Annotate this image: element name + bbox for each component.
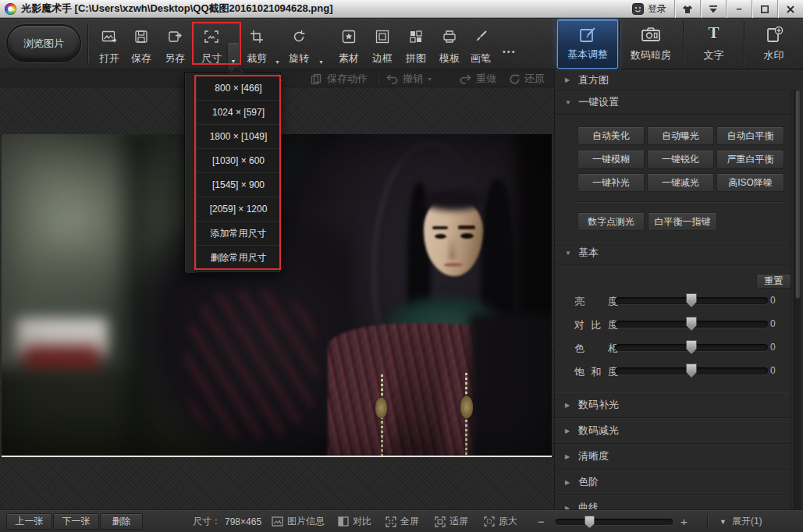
scrollbar-thumb[interactable] [795,90,801,299]
collage-button[interactable]: 拼图 [399,25,433,66]
slider-thumb[interactable] [686,340,697,354]
browse-images-button[interactable]: 浏览图片 [8,26,80,61]
save-as-icon [168,28,183,45]
delete-image-button[interactable]: 删除 [100,513,143,530]
skin-button[interactable] [674,0,700,18]
redo-button[interactable]: 重做 [459,70,496,87]
title-bar: 光影魔术手 [C:\Users\xzwh\Desktop\QQ截图2016102… [0,0,803,18]
app-window: 光影魔术手 [C:\Users\xzwh\Desktop\QQ截图2016102… [0,0,803,532]
maximize-button[interactable] [751,0,777,18]
fit-screen-button[interactable]: 适屏 [435,510,468,532]
collapse-to-tray-button[interactable] [700,0,726,18]
original-size-icon [484,516,495,527]
crop-dropdown-arrow[interactable]: ▼ [275,59,280,65]
high-iso-denoise-button[interactable]: 高ISO降噪 [716,173,784,192]
brightness-slider[interactable] [615,297,768,304]
section-oneclick[interactable]: ▼ 一键设置 [555,90,791,115]
auto-beautify-button[interactable]: 自动美化 [577,126,645,145]
redo-icon [459,73,472,84]
oneclick-dimlight-button[interactable]: 一键减光 [647,173,714,192]
severe-whitebalance-button[interactable]: 严重白平衡 [716,150,784,168]
chevron-down-icon: ▼ [565,250,571,257]
oneclick-blur-button[interactable]: 一键模糊 [577,150,645,168]
rotate-button[interactable]: 旋转 [282,25,315,66]
section-basic[interactable]: ▼ 基本 [555,242,791,264]
frame-button[interactable]: 边框 [365,25,400,66]
minimize-button[interactable]: − [726,0,751,18]
frame-icon [375,28,389,45]
auto-whitebalance-button[interactable]: 自动白平衡 [716,126,784,145]
size-value: 798×465 [225,516,261,527]
restore-button[interactable]: 还原 [509,70,545,87]
brush-button[interactable]: 画笔 [464,25,498,66]
previous-image-button[interactable]: 上一张 [6,513,52,530]
oneclick-sharpen-button[interactable]: 一键锐化 [647,150,714,168]
zoom-slider-thumb[interactable] [584,516,595,528]
right-panel: ▶ 直方图 ▼ 一键设置 自动美化 自动曝光 自动白平衡 一键模糊 一键锐化 严… [554,70,803,509]
toolbar-separator [87,24,88,63]
undo-dropdown-arrow[interactable]: ▼ [427,76,432,82]
auto-exposure-button[interactable]: 自动曝光 [647,126,714,145]
hue-slider[interactable] [615,344,768,351]
contrast-slider[interactable] [615,321,768,328]
material-button[interactable]: 素材 [332,25,366,66]
statusbar-separator [707,515,708,528]
section-clarity[interactable]: ▶ 清晰度 [555,444,791,470]
tab-darkroom[interactable]: 数码暗房 [620,20,681,69]
slider-row: 饱和度 0 [555,363,791,378]
brush-icon [474,28,488,45]
tab-basic-adjust[interactable]: 基本调整 [557,20,618,69]
fullscreen-button[interactable]: 全屏 [386,510,419,532]
digital-spot-metering-button[interactable]: 数字点测光 [577,212,645,231]
next-image-button[interactable]: 下一张 [53,513,99,530]
grid-icon [409,28,423,45]
rotate-icon [292,28,306,45]
tab-text[interactable]: T 文字 [684,20,743,69]
oneclick-filllight-button[interactable]: 一键补光 [577,173,645,192]
maximize-icon [761,5,769,13]
image-info-button[interactable]: 图片信息 [272,510,325,532]
save-action-button[interactable]: 保存动作 [311,70,368,87]
slider-row: 亮度 0 [555,293,791,308]
zoom-slider[interactable] [556,519,673,525]
slider-thumb[interactable] [686,364,697,378]
whitebalance-picker-button[interactable]: 白平衡一指键 [648,212,717,231]
close-icon [787,5,794,13]
slider-row: 对比度 0 [555,316,791,332]
crop-button[interactable]: 裁剪 [240,25,273,66]
save-button[interactable]: 保存 [123,25,160,66]
editbar-separator [377,73,378,84]
text-icon: T [708,25,719,41]
chevron-right-icon: ▶ [565,427,571,434]
save-as-button[interactable]: 另存 [156,25,194,66]
more-tools-button[interactable]: ••• [503,47,517,56]
compare-button[interactable]: 对比 [338,510,371,532]
section-digital-dimlight[interactable]: ▶ 数码减光 [555,418,791,444]
zoom-in-button[interactable]: + [680,510,688,532]
section-levels[interactable]: ▶ 色阶 [555,470,791,495]
size-label: 尺寸： [193,515,221,528]
slider-thumb[interactable] [686,293,697,307]
section-curves[interactable]: ▶ 曲线 [555,495,791,509]
saturation-slider[interactable] [615,367,768,374]
expand-filmstrip-button[interactable]: ▼ 展开(1) [720,510,762,532]
login-button[interactable]: 登录 [624,0,674,18]
chevron-right-icon: ▶ [565,76,571,83]
undo-button[interactable]: 撤销 ▼ [386,70,432,87]
clothes-icon [682,5,693,14]
panel-scrollbar[interactable] [794,90,801,509]
star-box-icon [342,28,356,45]
slider-thumb[interactable] [686,317,697,331]
original-size-button[interactable]: 原大 [484,510,517,532]
chevron-down-icon: ▼ [720,518,727,526]
close-button[interactable] [777,0,803,18]
section-digital-filllight[interactable]: ▶ 数码补光 [555,392,791,418]
rotate-dropdown-arrow[interactable]: ▼ [318,59,324,65]
section-histogram[interactable]: ▶ 直方图 [555,70,791,90]
tab-watermark[interactable]: 水印 [745,20,802,69]
restore-icon [509,73,521,85]
reset-button[interactable]: 重置 [756,274,791,289]
slider-row: 色相 0 [555,339,791,355]
template-button[interactable]: 模板 [432,25,467,66]
zoom-out-button[interactable]: − [538,510,545,532]
